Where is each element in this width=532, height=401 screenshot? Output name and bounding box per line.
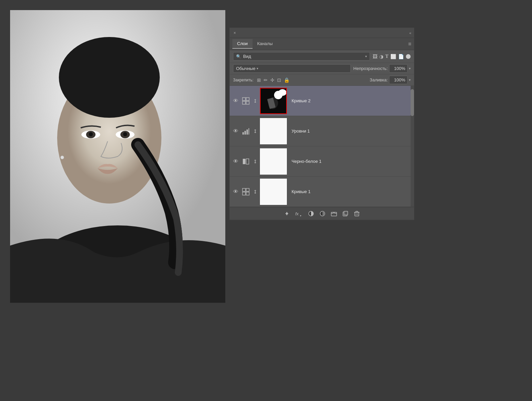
toggle-dot[interactable] bbox=[406, 54, 411, 59]
fill-dropdown-arrow: ▾ bbox=[409, 78, 411, 82]
layer-thumb-curves1 bbox=[260, 179, 287, 205]
svg-rect-36 bbox=[331, 212, 337, 216]
svg-point-9 bbox=[123, 132, 127, 136]
collapse-icon[interactable]: « bbox=[409, 31, 411, 35]
filter-label: Вид bbox=[243, 54, 251, 59]
thumb-curves2-inner bbox=[261, 88, 286, 113]
blend-dropdown-arrow: ▾ bbox=[257, 67, 258, 70]
new-layer-icon[interactable] bbox=[342, 211, 348, 217]
delete-layer-icon[interactable] bbox=[354, 211, 360, 217]
link-layers-icon[interactable] bbox=[284, 211, 290, 217]
svg-rect-27 bbox=[246, 188, 249, 191]
lock-row: Закрепить: ⊞ ✏ ✢ ⊡ 🔒 Заливка: 100% ▾ bbox=[230, 74, 414, 86]
add-mask-icon[interactable] bbox=[308, 211, 314, 217]
lock-label: Закрепить: bbox=[233, 78, 254, 82]
adjustment-filter-icon[interactable]: ◑ bbox=[379, 54, 383, 59]
canvas-image bbox=[10, 10, 225, 303]
layer-link-curves1 bbox=[253, 189, 258, 194]
tab-channels[interactable]: Каналы bbox=[253, 39, 277, 49]
svg-rect-29 bbox=[246, 192, 249, 195]
layer-name-levels1: Уровни 1 bbox=[289, 129, 411, 134]
scrollbar-thumb[interactable] bbox=[411, 89, 414, 116]
svg-rect-21 bbox=[249, 128, 249, 135]
layer-visibility-curves1[interactable]: 👁 bbox=[232, 189, 239, 195]
layer-item-curves2[interactable]: 👁 bbox=[230, 86, 414, 116]
svg-rect-38 bbox=[344, 211, 348, 215]
layer-type-levels1 bbox=[241, 127, 251, 135]
scrollbar-track[interactable] bbox=[411, 86, 414, 207]
layer-link-bw1 bbox=[253, 159, 258, 164]
search-icon: 🔍 bbox=[236, 54, 241, 59]
svg-rect-20 bbox=[246, 130, 248, 135]
layer-type-curves2 bbox=[241, 97, 251, 105]
layer-visibility-curves2[interactable]: 👁 bbox=[232, 98, 239, 104]
opacity-dropdown-arrow: ▾ bbox=[409, 67, 411, 70]
svg-rect-14 bbox=[246, 101, 249, 104]
layer-type-curves1 bbox=[241, 188, 251, 195]
lock-artboard-icon[interactable]: ⊡ bbox=[277, 77, 281, 83]
svg-rect-18 bbox=[242, 132, 244, 135]
layer-name-curves2: Кривые 2 bbox=[289, 98, 411, 103]
tab-layers[interactable]: Слои bbox=[232, 39, 253, 49]
image-filter-icon[interactable]: 🖼 bbox=[373, 54, 377, 59]
layer-type-bw1 bbox=[241, 158, 251, 165]
canvas-area bbox=[10, 10, 225, 303]
filter-select[interactable]: 🔍 Вид ▾ bbox=[233, 52, 370, 61]
lock-move-icon[interactable]: ✢ bbox=[270, 77, 274, 83]
opacity-control: Непрозрачность: 100% ▾ bbox=[353, 64, 411, 73]
blend-mode-select[interactable]: Обычные ▾ bbox=[233, 64, 351, 73]
svg-text:fx: fx bbox=[295, 211, 299, 216]
close-icon[interactable]: × bbox=[232, 31, 237, 35]
svg-rect-39 bbox=[355, 212, 359, 216]
tabs-row: Слои Каналы ≡ bbox=[230, 38, 414, 50]
panel-header: × « bbox=[230, 28, 414, 38]
layer-thumb-bw1 bbox=[260, 148, 287, 175]
svg-rect-11 bbox=[242, 98, 245, 101]
filter-icons: 🖼 ◑ T ⬜ 📄 bbox=[373, 54, 411, 59]
layers-panel: × « Слои Каналы ≡ 🔍 Вид ▾ 🖼 ◑ T ⬜ 📄 Обыч… bbox=[229, 28, 414, 220]
blend-mode-row: Обычные ▾ Непрозрачность: 100% ▾ bbox=[230, 63, 414, 74]
layer-visibility-levels1[interactable]: 👁 bbox=[232, 128, 239, 134]
svg-rect-26 bbox=[242, 188, 245, 191]
layer-visibility-bw1[interactable]: 👁 bbox=[232, 158, 239, 165]
opacity-input[interactable]: 100% bbox=[389, 64, 408, 73]
tab-menu-icon[interactable]: ≡ bbox=[408, 41, 411, 47]
svg-rect-23 bbox=[243, 159, 245, 164]
svg-text:▾: ▾ bbox=[300, 214, 301, 217]
layer-item-curves1[interactable]: 👁 bbox=[230, 177, 414, 207]
svg-point-10 bbox=[61, 156, 64, 159]
svg-point-17 bbox=[278, 89, 287, 96]
lock-brush-icon[interactable]: ✏ bbox=[264, 77, 268, 83]
lock-padlock-icon[interactable]: 🔒 bbox=[284, 77, 290, 83]
lock-icons: ⊞ ✏ ✢ ⊡ 🔒 bbox=[257, 77, 290, 83]
new-group-icon[interactable] bbox=[331, 211, 337, 217]
filter-dropdown-arrow: ▾ bbox=[365, 54, 367, 58]
adjustment-layer-icon[interactable] bbox=[319, 211, 326, 217]
svg-rect-24 bbox=[246, 159, 249, 164]
layer-list: 👁 bbox=[230, 86, 414, 207]
svg-rect-28 bbox=[242, 192, 245, 195]
lock-grid-icon[interactable]: ⊞ bbox=[257, 77, 261, 83]
layer-item-levels1[interactable]: 👁 bbox=[230, 116, 414, 146]
layer-thumb-curves2 bbox=[260, 88, 287, 114]
svg-rect-13 bbox=[242, 101, 245, 104]
thumb-levels1-inner bbox=[261, 119, 286, 144]
layer-item-bw1[interactable]: 👁 Черно-белое 1 bbox=[230, 146, 414, 177]
shape-filter-icon[interactable]: ⬜ bbox=[390, 54, 396, 59]
layer-thumb-levels1 bbox=[260, 118, 287, 144]
fill-input[interactable]: 100% bbox=[389, 76, 408, 84]
type-filter-icon[interactable]: T bbox=[385, 54, 388, 59]
fx-icon[interactable]: fx ▾ bbox=[295, 211, 303, 217]
fill-control: Заливка: 100% ▾ bbox=[370, 76, 411, 84]
filter-row: 🔍 Вид ▾ 🖼 ◑ T ⬜ 📄 bbox=[230, 50, 414, 63]
fill-label: Заливка: bbox=[370, 77, 388, 82]
layer-list-wrapper: 👁 bbox=[230, 86, 414, 207]
thumb-bw1-inner bbox=[261, 149, 286, 174]
blend-mode-label: Обычные bbox=[236, 66, 255, 71]
layer-name-curves1: Кривые 1 bbox=[289, 189, 411, 194]
layer-name-bw1: Черно-белое 1 bbox=[289, 159, 411, 164]
layer-link-curves2 bbox=[253, 99, 258, 103]
smart-filter-icon[interactable]: 📄 bbox=[398, 54, 404, 59]
layer-link-levels1 bbox=[253, 129, 258, 134]
svg-point-6 bbox=[89, 132, 93, 136]
